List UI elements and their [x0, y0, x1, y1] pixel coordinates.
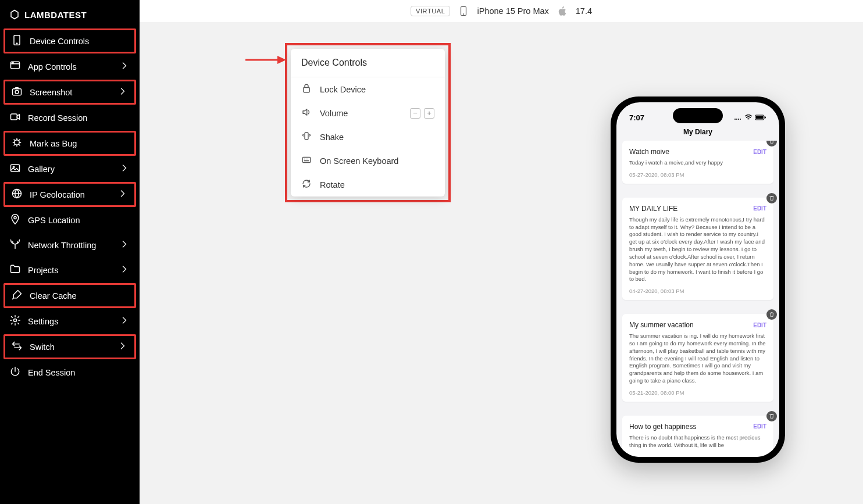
delete-button[interactable]: [766, 309, 777, 320]
chevron-right-icon: [119, 60, 130, 73]
chevron-right-icon: [117, 188, 129, 201]
sidebar: LAMBDATEST Device ControlsApp ControlsSc…: [0, 0, 140, 504]
gear-icon: [9, 314, 21, 328]
sidebar-item-network-throttling[interactable]: Network Throttling: [0, 233, 140, 258]
brand-logo: LAMBDATEST: [0, 7, 140, 28]
battery-icon: [755, 115, 766, 120]
globe-icon: [11, 188, 23, 201]
panel-item-on-screen-keyboard[interactable]: On Screen Keyboard: [291, 149, 445, 173]
device-screen[interactable]: 7:07 My Diary Watch moiveEDITToday i wat…: [616, 102, 779, 457]
diary-card[interactable]: Watch moiveEDITToday i watch a moive,and…: [622, 141, 773, 184]
panel-title: Device Controls: [291, 49, 445, 77]
volume-up-button[interactable]: +: [424, 108, 434, 119]
card-title: Watch moive: [629, 148, 669, 156]
edit-button[interactable]: EDIT: [753, 205, 766, 212]
card-title: How to get happiness: [629, 423, 696, 431]
virtual-badge: VIRTUAL: [411, 6, 450, 16]
svg-point-21: [734, 119, 736, 120]
card-title: MY DAILY LIFE: [629, 205, 677, 213]
main-area: VIRTUAL iPhone 15 Pro Max 17.4 Device Co…: [140, 0, 863, 504]
sidebar-item-label: Gallery: [28, 165, 55, 174]
device-controls-panel-highlight: Device Controls Lock DeviceVolume−+Shake…: [285, 43, 451, 202]
sidebar-item-label: IP Geolocation: [30, 190, 85, 199]
status-icons: [734, 115, 766, 120]
phone-icon: [458, 6, 469, 16]
topbar: VIRTUAL iPhone 15 Pro Max 17.4: [140, 0, 863, 22]
panel-item-label: Volume: [320, 109, 348, 118]
sidebar-item-gallery[interactable]: Gallery: [0, 156, 140, 181]
sidebar-item-device-controls[interactable]: Device Controls: [3, 28, 136, 53]
diary-list[interactable]: Watch moiveEDITToday i watch a moive,and…: [616, 141, 779, 457]
svg-rect-7: [11, 114, 17, 120]
svg-rect-26: [756, 116, 764, 119]
sidebar-item-end-session[interactable]: End Session: [0, 360, 140, 385]
delete-button[interactable]: [766, 193, 777, 203]
svg-point-4: [13, 63, 13, 63]
power-icon: [9, 366, 21, 379]
svg-point-10: [13, 166, 15, 168]
switch-icon: [11, 340, 23, 353]
chevron-right-icon: [117, 340, 129, 353]
device-name: iPhone 15 Pro Max: [477, 6, 548, 16]
sidebar-item-label: Network Throttling: [28, 241, 96, 250]
volume-down-button[interactable]: −: [410, 108, 420, 119]
sidebar-item-app-controls[interactable]: App Controls: [0, 54, 140, 79]
panel-item-label: Shake: [320, 133, 344, 142]
device-controls-panel: Device Controls Lock DeviceVolume−+Shake…: [291, 49, 445, 196]
sidebar-item-label: Switch: [30, 342, 55, 352]
video-icon: [9, 111, 21, 124]
panel-item-label: On Screen Keyboard: [320, 156, 398, 166]
sidebar-item-ip-geolocation[interactable]: IP Geolocation: [3, 182, 136, 207]
svg-rect-5: [13, 89, 22, 95]
sidebar-item-screenshot[interactable]: Screenshot: [3, 80, 136, 105]
chevron-right-icon: [117, 85, 129, 99]
panel-item-volume[interactable]: Volume−+: [291, 101, 445, 125]
app-icon: [9, 60, 21, 73]
edit-button[interactable]: EDIT: [753, 322, 766, 328]
panel-item-rotate[interactable]: Rotate: [291, 173, 445, 196]
sidebar-item-projects[interactable]: Projects: [0, 258, 140, 283]
sidebar-item-clear-cache[interactable]: Clear Cache: [3, 283, 136, 308]
sidebar-item-label: App Controls: [28, 62, 77, 72]
sidebar-item-label: Projects: [28, 266, 58, 275]
svg-point-22: [736, 119, 737, 120]
edit-button[interactable]: EDIT: [753, 149, 766, 155]
dynamic-island: [673, 108, 723, 123]
panel-item-label: Lock Device: [320, 85, 366, 94]
svg-point-24: [740, 119, 741, 120]
edit-button[interactable]: EDIT: [753, 423, 766, 430]
svg-point-13: [14, 319, 17, 322]
card-body: Today i watch a moive,and very happy: [629, 159, 766, 167]
camera-icon: [11, 85, 23, 99]
sidebar-item-label: Screenshot: [30, 88, 72, 97]
pin-icon: [9, 213, 21, 227]
delete-button[interactable]: [766, 141, 777, 146]
delete-button[interactable]: [766, 411, 777, 421]
canvas: Device Controls Lock DeviceVolume−+Shake…: [140, 22, 863, 504]
diary-card[interactable]: MY DAILY LIFEEDITThough my daily life is…: [622, 198, 773, 300]
svg-rect-18: [304, 88, 310, 92]
card-body: Though my daily life is extremely monoto…: [629, 216, 766, 283]
status-time: 7:07: [629, 113, 644, 122]
phone-icon: [11, 34, 23, 48]
panel-item-shake[interactable]: Shake: [291, 125, 445, 149]
bug-icon: [11, 137, 23, 150]
sidebar-item-record-session[interactable]: Record Session: [0, 105, 140, 130]
rotate-icon: [301, 178, 312, 191]
sidebar-item-label: Device Controls: [30, 37, 89, 46]
sidebar-item-switch[interactable]: Switch: [3, 334, 136, 359]
sidebar-item-label: GPS Location: [28, 216, 80, 225]
sidebar-item-gps-location[interactable]: GPS Location: [0, 208, 140, 233]
wifi-icon: [744, 115, 753, 120]
apple-icon: [557, 6, 568, 16]
sidebar-item-mark-as-bug[interactable]: Mark as Bug: [3, 131, 136, 156]
card-date: 05-21-2020, 08:00 PM: [629, 389, 766, 396]
diary-card[interactable]: My summer vacationEDITThe summer vacatio…: [622, 314, 773, 402]
panel-item-lock-device[interactable]: Lock Device: [291, 77, 445, 101]
brand-text: LAMBDATEST: [24, 10, 87, 20]
svg-rect-27: [765, 117, 766, 119]
panel-item-label: Rotate: [320, 180, 345, 190]
diary-card[interactable]: How to get happinessEDITThere is no doub…: [622, 416, 773, 457]
svg-point-1: [16, 43, 17, 44]
sidebar-item-settings[interactable]: Settings: [0, 309, 140, 334]
